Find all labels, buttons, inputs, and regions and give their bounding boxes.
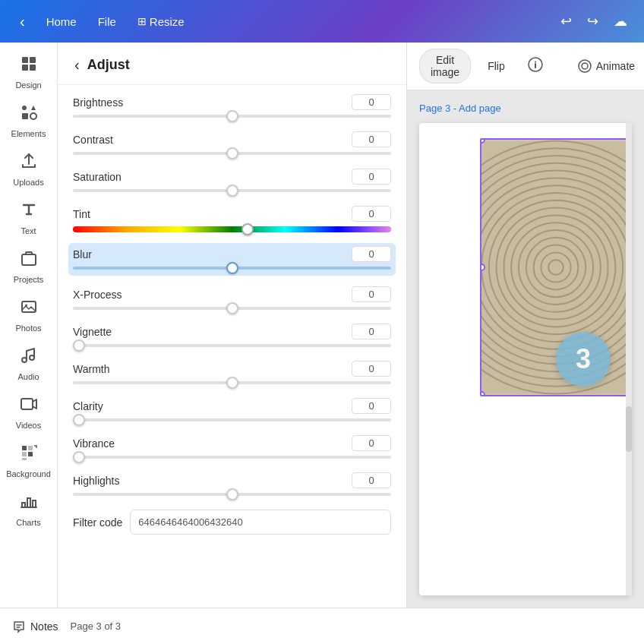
warmth-value[interactable] (352, 361, 391, 377)
filter-code-input[interactable] (130, 510, 391, 535)
contrast-slider-thumb[interactable] (226, 147, 238, 159)
clarity-slider-track[interactable] (73, 418, 391, 421)
photos-icon (20, 298, 38, 320)
elements-icon (20, 103, 38, 126)
resize-button[interactable]: ⊞ Resize (130, 11, 192, 33)
background-icon (20, 444, 38, 466)
flip-label: Flip (488, 60, 505, 72)
vignette-slider-thumb[interactable] (73, 339, 85, 352)
sidebar-item-charts[interactable]: Charts (3, 486, 55, 533)
bottom-bar: Notes Page 3 of 3 (0, 608, 644, 644)
vibrance-slider-thumb[interactable] (73, 451, 85, 463)
audio-icon (20, 346, 38, 369)
highlights-slider-thumb[interactable] (226, 488, 238, 500)
edit-image-button[interactable]: Edit image (419, 49, 471, 84)
clarity-value[interactable] (352, 398, 391, 414)
highlights-value[interactable] (352, 472, 391, 488)
text-icon (20, 200, 38, 223)
page-label: Page 3 - Add page (419, 103, 632, 114)
svg-marker-5 (31, 106, 36, 110)
vibrance-slider-track[interactable] (73, 456, 391, 459)
sidebar-item-background[interactable]: Background (3, 437, 55, 485)
sidebar-item-design[interactable]: Design (3, 49, 55, 96)
tint-slider-thumb[interactable] (242, 223, 254, 235)
svg-rect-8 (22, 254, 36, 265)
undo-icon: ↩ (560, 13, 572, 30)
contrast-value[interactable] (352, 131, 391, 147)
sidebar-item-projects[interactable]: Projects (3, 243, 55, 290)
file-button[interactable]: File (90, 11, 124, 33)
cloud-icon: ☁ (614, 13, 627, 30)
contrast-slider-track[interactable] (73, 152, 391, 155)
redo-icon: ↪ (587, 13, 598, 30)
clarity-slider-thumb[interactable] (73, 414, 85, 426)
tint-slider-track[interactable] (73, 226, 391, 232)
svg-point-4 (22, 106, 27, 110)
blur-value[interactable] (352, 246, 391, 262)
svg-rect-1 (30, 57, 36, 63)
home-button[interactable]: Home (39, 11, 84, 33)
brightness-slider-track[interactable] (73, 115, 391, 118)
sidebar-label-text: Text (21, 226, 36, 235)
vignette-value[interactable] (352, 324, 391, 339)
edit-image-label: Edit image (431, 54, 459, 78)
xprocess-value[interactable] (352, 286, 391, 302)
sidebar-label-photos: Photos (15, 324, 41, 333)
canvas-scrollbar[interactable] (626, 123, 632, 595)
saturation-slider-thumb[interactable] (226, 185, 238, 197)
vibrance-value[interactable] (352, 435, 391, 451)
adjust-title: Adjust (87, 57, 130, 73)
page-info: Page 3 of 3 (71, 620, 122, 632)
sidebar-item-audio[interactable]: Audio (3, 340, 55, 387)
info-button[interactable] (522, 54, 549, 79)
sidebar-item-uploads[interactable]: Uploads (3, 146, 55, 193)
animate-label: Animate (596, 60, 635, 72)
highlights-slider-track[interactable] (73, 493, 391, 496)
handle-bl[interactable] (480, 391, 485, 396)
sidebar-item-elements[interactable]: Elements (3, 97, 55, 144)
saturation-label: Saturation (73, 171, 122, 183)
canvas-area: Edit image Flip Animate (407, 43, 644, 608)
warmth-slider-thumb[interactable] (226, 377, 238, 389)
animate-button[interactable]: Animate (567, 55, 644, 77)
xprocess-slider-track[interactable] (73, 307, 391, 310)
back-button[interactable]: ‹ (12, 8, 33, 35)
add-page-link[interactable]: Add page (459, 103, 501, 114)
tint-row: Tint (73, 206, 391, 232)
xprocess-label: X-Process (73, 289, 122, 301)
notes-button[interactable]: Notes (12, 620, 58, 633)
redo-button[interactable]: ↪ (582, 8, 603, 34)
canvas-toolbar: Edit image Flip Animate (407, 43, 644, 90)
step-bubble: 3 (556, 332, 611, 387)
undo-button[interactable]: ↩ (556, 8, 576, 34)
svg-point-15 (535, 61, 536, 62)
sidebar-item-photos[interactable]: Photos (3, 292, 55, 339)
xprocess-row: X-Process (73, 286, 391, 310)
brightness-slider-thumb[interactable] (226, 110, 238, 122)
blur-slider-thumb[interactable] (226, 262, 238, 274)
brightness-row: Brightness (73, 94, 391, 118)
xprocess-slider-thumb[interactable] (226, 302, 238, 314)
sidebar-item-videos[interactable]: Videos (3, 389, 55, 436)
cloud-button[interactable]: ☁ (609, 8, 632, 34)
vignette-slider-track[interactable] (73, 344, 391, 347)
contrast-row: Contrast (73, 131, 391, 155)
contrast-label: Contrast (73, 134, 113, 146)
tint-value[interactable] (352, 206, 391, 222)
adjust-back-button[interactable]: ‹ (73, 55, 81, 75)
warmth-slider-track[interactable] (73, 381, 391, 384)
saturation-value[interactable] (352, 169, 391, 185)
flip-button[interactable]: Flip (477, 55, 516, 77)
vignette-row: Vignette (73, 324, 391, 347)
canvas-scrollbar-thumb[interactable] (626, 406, 632, 452)
home-label: Home (46, 15, 77, 28)
sidebar-label-charts: Charts (16, 518, 40, 527)
warmth-row: Warmth (73, 361, 391, 384)
svg-rect-2 (22, 65, 28, 71)
blur-slider-track[interactable] (73, 267, 391, 270)
main-layout: Design Elements Uploads (0, 43, 644, 608)
back-chevron-icon: ‹ (74, 56, 80, 73)
saturation-slider-track[interactable] (73, 189, 391, 192)
brightness-value[interactable] (352, 94, 391, 110)
sidebar-item-text[interactable]: Text (3, 194, 55, 242)
